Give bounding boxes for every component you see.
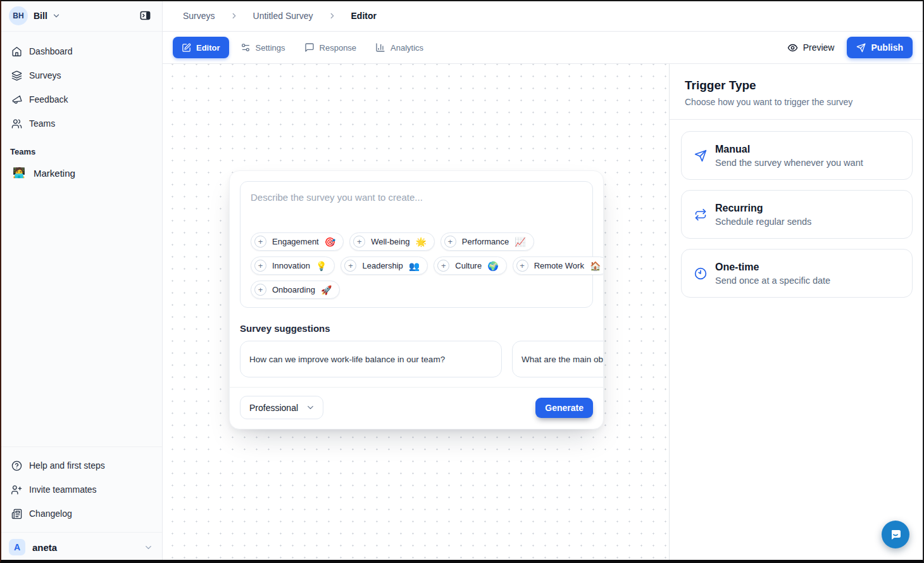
topic-chip-leadership[interactable]: + Leadership 👥	[340, 256, 428, 275]
tab-response[interactable]: Response	[297, 37, 365, 58]
help-circle-icon	[11, 460, 22, 471]
teams-section-label: Teams	[0, 137, 162, 161]
panel-header: Trigger Type Choose how you want to trig…	[670, 64, 924, 120]
globe-emoji-icon: 🌍	[487, 262, 498, 270]
breadcrumb-surveys[interactable]: Surveys	[183, 11, 215, 21]
sidebar-item-help[interactable]: Help and first steps	[6, 455, 156, 476]
breadcrumb: Surveys Untitled Survey Editor	[163, 0, 924, 32]
prompt-placeholder: Describe the survey you want to create..…	[251, 192, 582, 203]
generator-footer: Professional Generate	[230, 387, 603, 429]
panel-collapse-icon	[139, 9, 151, 22]
plus-icon: +	[437, 260, 449, 272]
suggestion-card[interactable]: How can we improve work-life balance in …	[240, 341, 502, 377]
workspace-avatar: BH	[9, 6, 28, 25]
workspace-name: Bill	[34, 11, 47, 21]
chevron-down-icon	[52, 11, 61, 20]
tab-label: Response	[320, 43, 357, 53]
workspace-switcher[interactable]: BH Bill	[0, 0, 162, 32]
chevron-right-icon	[328, 11, 337, 20]
survey-prompt-input[interactable]: Describe the survey you want to create..…	[240, 181, 593, 308]
tab-label: Editor	[196, 43, 220, 53]
breadcrumb-editor: Editor	[351, 11, 377, 21]
topic-chip-innovation[interactable]: + Innovation 💡	[251, 256, 335, 275]
sidebar-item-invite[interactable]: Invite teammates	[6, 479, 156, 500]
tab-editor[interactable]: Editor	[173, 37, 229, 58]
megaphone-icon	[11, 94, 22, 105]
account-name: aneta	[32, 542, 137, 553]
sidebar-item-label: Surveys	[29, 70, 61, 80]
trigger-option-description: Send the survey whenever you want	[715, 158, 863, 168]
team-label: Marketing	[34, 168, 75, 179]
plus-icon: +	[254, 236, 266, 248]
suggestions-section: Survey suggestions How can we improve wo…	[230, 308, 603, 387]
chevron-down-icon	[306, 403, 315, 412]
topic-chip-engagement[interactable]: + Engagement 🎯	[251, 232, 344, 251]
panel-title: Trigger Type	[685, 79, 909, 92]
topic-chip-performance[interactable]: + Performance 📈	[440, 232, 534, 251]
panel-subtitle: Choose how you want to trigger the surve…	[685, 97, 909, 107]
send-icon	[856, 43, 866, 53]
editor-canvas[interactable]: Describe the survey you want to create..…	[163, 64, 670, 563]
chat-launcher-button[interactable]	[882, 521, 909, 548]
trigger-option-text: Manual Send the survey whenever you want	[715, 144, 863, 168]
sidebar-item-marketing[interactable]: 🧑‍💻 Marketing	[6, 161, 156, 184]
trigger-option-one-time[interactable]: One-time Send once at a specific date	[681, 249, 913, 298]
sidebar-item-label: Help and first steps	[29, 460, 105, 471]
collapse-sidebar-button[interactable]	[135, 6, 154, 25]
account-menu[interactable]: A aneta	[0, 532, 162, 563]
chevron-right-icon	[230, 11, 239, 20]
trigger-option-title: Recurring	[715, 203, 811, 214]
generate-button[interactable]: Generate	[535, 398, 593, 418]
plus-icon: +	[444, 236, 456, 248]
preview-label: Preview	[803, 42, 835, 53]
topic-chip-remote-work[interactable]: + Remote Work 🏠	[513, 256, 604, 275]
plus-icon: +	[254, 284, 266, 296]
bulb-emoji-icon: 💡	[316, 262, 327, 270]
content-area: Describe the survey you want to create..…	[163, 64, 924, 563]
sidebar-item-label: Teams	[29, 118, 55, 129]
trigger-option-manual[interactable]: Manual Send the survey whenever you want	[681, 131, 913, 180]
suggestion-card[interactable]: What are the main ob	[512, 341, 603, 377]
eye-icon	[787, 42, 798, 53]
publish-button[interactable]: Publish	[847, 37, 913, 58]
rocket-emoji-icon: 🚀	[321, 286, 332, 294]
dart-emoji-icon: 🎯	[325, 237, 335, 246]
tone-selected-value: Professional	[249, 403, 298, 413]
chip-label: Innovation	[272, 261, 310, 270]
sidebar-item-feedback[interactable]: Feedback	[6, 89, 156, 110]
trigger-option-description: Schedule regular sends	[715, 217, 811, 227]
repeat-icon	[694, 208, 707, 221]
tone-select[interactable]: Professional	[240, 396, 323, 419]
chart-up-emoji-icon: 📈	[515, 237, 525, 246]
plus-icon: +	[353, 236, 365, 248]
trigger-type-panel: Trigger Type Choose how you want to trig…	[670, 64, 924, 563]
chip-label: Well-being	[371, 237, 409, 246]
suggestions-title: Survey suggestions	[240, 323, 603, 334]
sidebar-item-teams[interactable]: Teams	[6, 113, 156, 134]
sidebar-item-label: Invite teammates	[29, 484, 97, 495]
preview-button[interactable]: Preview	[787, 42, 835, 53]
toolbar-right: Preview Publish	[787, 37, 913, 58]
panel-body: Manual Send the survey whenever you want…	[670, 120, 924, 319]
chip-label: Onboarding	[272, 285, 315, 294]
trigger-option-description: Send once at a specific date	[715, 275, 830, 286]
survey-generator-card: Describe the survey you want to create..…	[229, 170, 604, 429]
trigger-option-recurring[interactable]: Recurring Schedule regular sends	[681, 190, 913, 239]
topic-chip-onboarding[interactable]: + Onboarding 🚀	[251, 281, 340, 299]
trigger-option-text: Recurring Schedule regular sends	[715, 203, 811, 227]
tab-analytics[interactable]: Analytics	[368, 37, 431, 58]
topic-chip-culture[interactable]: + Culture 🌍	[434, 256, 506, 275]
layers-icon	[11, 70, 22, 81]
topic-chip-well-being[interactable]: + Well-being 🌟	[349, 232, 435, 251]
chat-bubble-icon	[888, 527, 903, 542]
sidebar: BH Bill Dashboard Surv	[0, 0, 163, 563]
breadcrumb-untitled-survey[interactable]: Untitled Survey	[253, 11, 313, 21]
chevron-down-icon	[144, 543, 153, 552]
sidebar-item-changelog[interactable]: Changelog	[6, 503, 156, 524]
message-square-icon	[304, 42, 315, 53]
sidebar-item-surveys[interactable]: Surveys	[6, 65, 156, 86]
tab-settings[interactable]: Settings	[233, 37, 293, 58]
clock-icon	[694, 267, 707, 280]
editor-toolbar: Editor Settings Response Analytics	[163, 32, 924, 64]
sidebar-item-dashboard[interactable]: Dashboard	[6, 41, 156, 62]
